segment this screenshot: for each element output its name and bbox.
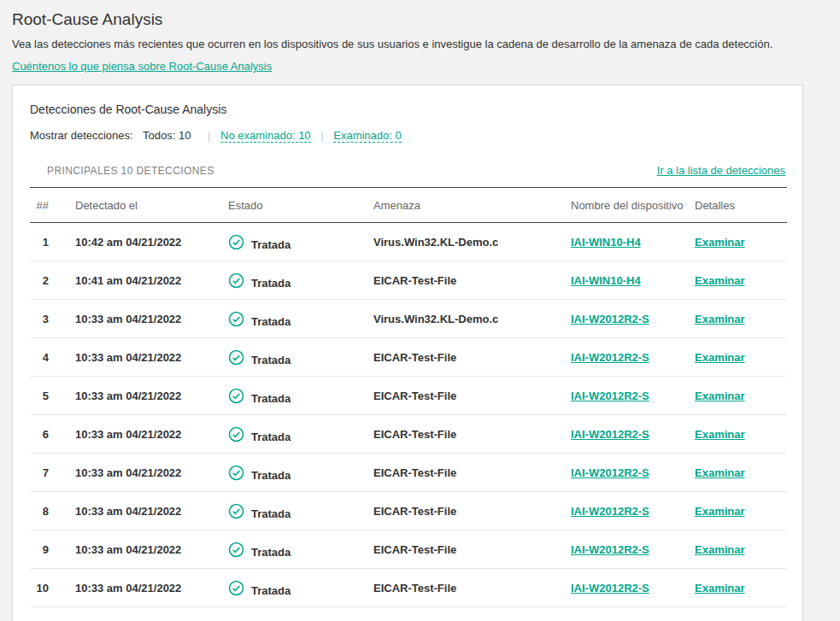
device-link[interactable]: IAI-W2012R2-S bbox=[571, 466, 649, 479]
examine-link[interactable]: Examinar bbox=[695, 390, 745, 402]
table-row: 9 10:33 am 04/21/2022 Tratada EICAR-Test… bbox=[30, 530, 787, 569]
filter-examined[interactable]: Examinado: 0 bbox=[333, 129, 402, 143]
table-header-row: ## Detectado el Estado Amenaza Nombre de… bbox=[30, 187, 787, 223]
details-cell: Examinar bbox=[695, 390, 787, 402]
device-link[interactable]: IAI-WIN10-H4 bbox=[571, 274, 641, 287]
status-label: Tratada bbox=[251, 354, 291, 366]
device-link[interactable]: IAI-W2012R2-S bbox=[571, 505, 649, 518]
header-details: Detalles bbox=[695, 194, 787, 217]
filter-label: Mostrar detecciones: bbox=[30, 129, 133, 142]
details-cell: Examinar bbox=[695, 505, 787, 518]
detected-time: 10:41 am 04/21/2022 bbox=[75, 274, 228, 287]
device-cell: IAI-W2012R2-S bbox=[571, 313, 695, 325]
detected-time: 10:42 am 04/21/2022 bbox=[75, 236, 228, 249]
device-cell: IAI-WIN10-H4 bbox=[571, 274, 695, 287]
check-circle-icon bbox=[228, 465, 244, 481]
check-circle-icon bbox=[228, 503, 244, 519]
status-label: Tratada bbox=[251, 238, 291, 251]
threat-name: EICAR-Test-File bbox=[373, 543, 571, 556]
threat-name: EICAR-Test-File bbox=[373, 390, 571, 402]
table-body: 1 10:42 am 04/21/2022 Tratada Virus.Win3… bbox=[30, 223, 787, 607]
device-cell: IAI-W2012R2-S bbox=[571, 351, 695, 364]
detected-time: 10:33 am 04/21/2022 bbox=[75, 351, 228, 364]
threat-name: EICAR-Test-File bbox=[373, 428, 571, 441]
threat-name: Virus.Win32.KL-Demo.c bbox=[373, 313, 571, 325]
examine-link[interactable]: Examinar bbox=[695, 313, 745, 325]
status-label: Tratada bbox=[251, 315, 291, 328]
header-device: Nombre del dispositivo bbox=[571, 194, 695, 217]
header-detected: Detectado el bbox=[75, 194, 228, 217]
examine-link[interactable]: Examinar bbox=[695, 274, 745, 287]
device-cell: IAI-W2012R2-S bbox=[571, 543, 695, 556]
device-link[interactable]: IAI-W2012R2-S bbox=[571, 390, 649, 402]
examine-link[interactable]: Examinar bbox=[695, 236, 745, 249]
device-cell: IAI-W2012R2-S bbox=[571, 505, 695, 518]
device-link[interactable]: IAI-W2012R2-S bbox=[571, 582, 649, 595]
detections-list-link[interactable]: Ir a la lista de detecciones bbox=[657, 164, 785, 177]
check-circle-icon bbox=[228, 311, 244, 327]
detections-panel: Detecciones de Root-Cause Analysis Mostr… bbox=[12, 85, 803, 621]
device-link[interactable]: IAI-WIN10-H4 bbox=[571, 236, 641, 249]
examine-link[interactable]: Examinar bbox=[695, 428, 745, 441]
row-number: 6 bbox=[30, 428, 75, 441]
status-cell: Tratada bbox=[228, 311, 373, 327]
row-number: 9 bbox=[30, 543, 75, 556]
examine-link[interactable]: Examinar bbox=[695, 351, 745, 364]
detected-time: 10:33 am 04/21/2022 bbox=[75, 428, 228, 441]
root-cause-analysis-page: Root-Cause Analysis Vea las detecciones … bbox=[12, 10, 828, 621]
check-circle-icon bbox=[228, 542, 244, 558]
status-cell: Tratada bbox=[228, 542, 373, 558]
filter-separator: | bbox=[208, 129, 210, 142]
table-row: 5 10:33 am 04/21/2022 Tratada EICAR-Test… bbox=[30, 377, 787, 415]
details-cell: Examinar bbox=[695, 466, 787, 479]
examine-link[interactable]: Examinar bbox=[695, 543, 745, 556]
device-cell: IAI-W2012R2-S bbox=[571, 466, 695, 479]
header-threat: Amenaza bbox=[373, 194, 571, 217]
status-cell: Tratada bbox=[228, 465, 373, 481]
examine-link[interactable]: Examinar bbox=[695, 582, 745, 595]
row-number: 10 bbox=[30, 582, 75, 595]
details-cell: Examinar bbox=[695, 313, 787, 325]
detected-time: 10:33 am 04/21/2022 bbox=[75, 505, 228, 518]
device-link[interactable]: IAI-W2012R2-S bbox=[571, 428, 649, 441]
table-row: 3 10:33 am 04/21/2022 Tratada Virus.Win3… bbox=[30, 300, 787, 338]
table-caption: PRINCIPALES 10 DETECCIONES bbox=[47, 165, 214, 177]
details-cell: Examinar bbox=[695, 428, 787, 441]
examine-link[interactable]: Examinar bbox=[695, 505, 745, 518]
status-cell: Tratada bbox=[228, 349, 373, 366]
header-number: ## bbox=[30, 194, 75, 217]
status-label: Tratada bbox=[251, 277, 291, 290]
details-cell: Examinar bbox=[695, 274, 787, 287]
panel-title: Detecciones de Root-Cause Analysis bbox=[30, 103, 785, 116]
table-row: 2 10:41 am 04/21/2022 Tratada EICAR-Test… bbox=[30, 261, 787, 300]
filter-not-examined[interactable]: No examinado: 10 bbox=[220, 129, 311, 143]
check-circle-icon bbox=[228, 426, 244, 442]
table-row: 4 10:33 am 04/21/2022 Tratada EICAR-Test… bbox=[30, 338, 787, 377]
examine-link[interactable]: Examinar bbox=[695, 466, 745, 479]
device-link[interactable]: IAI-W2012R2-S bbox=[571, 351, 649, 364]
device-cell: IAI-WIN10-H4 bbox=[571, 236, 695, 249]
threat-name: EICAR-Test-File bbox=[373, 505, 571, 518]
detections-table: ## Detectado el Estado Amenaza Nombre de… bbox=[30, 187, 787, 607]
status-cell: Tratada bbox=[228, 580, 373, 596]
detected-time: 10:33 am 04/21/2022 bbox=[75, 543, 228, 556]
status-cell: Tratada bbox=[228, 234, 373, 250]
feedback-link[interactable]: Cuéntenos lo que piensa sobre Root-Cause… bbox=[12, 60, 272, 73]
device-link[interactable]: IAI-W2012R2-S bbox=[571, 543, 649, 556]
details-cell: Examinar bbox=[695, 543, 787, 556]
device-cell: IAI-W2012R2-S bbox=[571, 582, 695, 595]
row-number: 2 bbox=[30, 274, 75, 287]
header-status: Estado bbox=[228, 194, 373, 217]
status-label: Tratada bbox=[251, 584, 291, 597]
status-label: Tratada bbox=[251, 469, 291, 482]
check-circle-icon bbox=[228, 388, 244, 404]
threat-name: EICAR-Test-File bbox=[373, 582, 571, 595]
detected-time: 10:33 am 04/21/2022 bbox=[75, 582, 228, 595]
filter-all[interactable]: Todos: 10 bbox=[143, 129, 191, 142]
status-cell: Tratada bbox=[228, 426, 373, 442]
row-number: 4 bbox=[30, 351, 75, 364]
status-cell: Tratada bbox=[228, 388, 373, 404]
detected-time: 10:33 am 04/21/2022 bbox=[75, 313, 228, 325]
device-link[interactable]: IAI-W2012R2-S bbox=[571, 313, 649, 325]
row-number: 1 bbox=[30, 236, 75, 249]
